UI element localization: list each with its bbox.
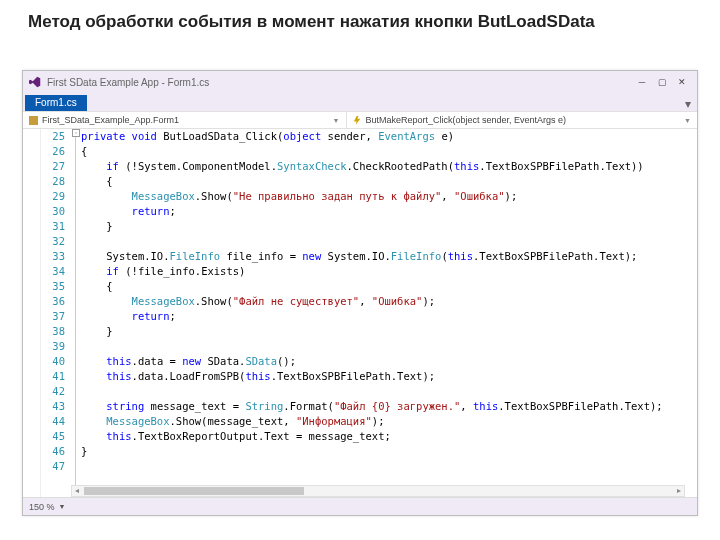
line-number: 44	[41, 414, 65, 429]
scroll-right-arrow[interactable]: ▸	[674, 486, 684, 496]
visual-studio-icon	[29, 76, 41, 88]
code-line[interactable]: if (!file_info.Exists)	[81, 264, 697, 279]
line-number: 30	[41, 204, 65, 219]
code-line[interactable]: }	[81, 219, 697, 234]
zoom-level[interactable]: 150 %	[29, 502, 55, 512]
code-line[interactable]: MessageBox.Show("Не правильно задан путь…	[81, 189, 697, 204]
code-line[interactable]: string message_text = String.Format("Фай…	[81, 399, 697, 414]
status-bar: 150 % ▼	[23, 497, 697, 515]
chevron-down-icon[interactable]: ▼	[59, 503, 66, 510]
line-number: 25	[41, 129, 65, 144]
code-line[interactable]: System.IO.FileInfo file_info = new Syste…	[81, 249, 697, 264]
tab-add[interactable]: ▾	[679, 97, 697, 111]
line-number: 47	[41, 459, 65, 474]
tab-form1[interactable]: Form1.cs	[25, 95, 87, 111]
slide-title: Метод обработки события в момент нажатия…	[0, 0, 720, 40]
code-line[interactable]: if (!System.ComponentModel.SyntaxCheck.C…	[81, 159, 697, 174]
line-number: 32	[41, 234, 65, 249]
line-number: 26	[41, 144, 65, 159]
window-title: First SData Example App - Form1.cs	[47, 77, 209, 88]
line-number: 42	[41, 384, 65, 399]
line-number: 40	[41, 354, 65, 369]
line-number: 35	[41, 279, 65, 294]
line-number: 36	[41, 294, 65, 309]
code-line[interactable]: this.TextBoxReportOutput.Text = message_…	[81, 429, 697, 444]
line-number: 46	[41, 444, 65, 459]
code-line[interactable]: return;	[81, 309, 697, 324]
code-line[interactable]	[81, 339, 697, 354]
line-number: 41	[41, 369, 65, 384]
chevron-down-icon: ▼	[684, 117, 691, 124]
titlebar[interactable]: First SData Example App - Form1.cs ─ ▢ ✕	[23, 71, 697, 93]
code-line[interactable]: MessageBox.Show("Файл не существует", "О…	[81, 294, 697, 309]
maximize-button[interactable]: ▢	[653, 75, 671, 89]
chevron-down-icon: ▼	[333, 117, 340, 124]
code-line[interactable]: }	[81, 444, 697, 459]
ide-window: First SData Example App - Form1.cs ─ ▢ ✕…	[22, 70, 698, 516]
code-line[interactable]: {	[81, 279, 697, 294]
code-line[interactable]: {	[81, 174, 697, 189]
class-icon	[29, 116, 38, 125]
code-line[interactable]: this.data = new SData.SData();	[81, 354, 697, 369]
line-number-gutter: 2526272829303132333435363738394041424344…	[41, 129, 71, 497]
outlining-margin[interactable]: -	[71, 129, 81, 497]
outline-line	[75, 137, 76, 497]
navigation-bar: First_SData_Example_App.Form1 ▼ ButMakeR…	[23, 111, 697, 129]
line-number: 39	[41, 339, 65, 354]
line-number: 34	[41, 264, 65, 279]
code-line[interactable]: private void ButLoadSData_Click(object s…	[81, 129, 697, 144]
code-line[interactable]: {	[81, 144, 697, 159]
code-editor[interactable]: 2526272829303132333435363738394041424344…	[23, 129, 697, 497]
line-number: 38	[41, 324, 65, 339]
method-icon	[353, 116, 362, 125]
code-line[interactable]: MessageBox.Show(message_text, "Информаци…	[81, 414, 697, 429]
horizontal-scrollbar[interactable]: ◂ ▸	[71, 485, 685, 497]
line-number: 37	[41, 309, 65, 324]
code-line[interactable]	[81, 234, 697, 249]
code-line[interactable]: return;	[81, 204, 697, 219]
nav-member-dropdown[interactable]: ButMakeReport_Click(object sender, Event…	[347, 112, 697, 128]
scroll-thumb[interactable]	[84, 487, 304, 495]
tab-strip: Form1.cs ▾	[23, 93, 697, 111]
collapse-toggle[interactable]: -	[72, 129, 80, 137]
code-line[interactable]: this.data.LoadFromSPB(this.TextBoxSPBFil…	[81, 369, 697, 384]
indicator-margin	[23, 129, 41, 497]
line-number: 27	[41, 159, 65, 174]
line-number: 43	[41, 399, 65, 414]
nav-class-dropdown[interactable]: First_SData_Example_App.Form1 ▼	[23, 112, 347, 128]
line-number: 33	[41, 249, 65, 264]
code-line[interactable]	[81, 459, 697, 474]
line-number: 45	[41, 429, 65, 444]
nav-class-label: First_SData_Example_App.Form1	[42, 115, 179, 125]
nav-member-label: ButMakeReport_Click(object sender, Event…	[366, 115, 567, 125]
minimize-button[interactable]: ─	[633, 75, 651, 89]
code-line[interactable]: }	[81, 324, 697, 339]
close-button[interactable]: ✕	[673, 75, 691, 89]
scroll-left-arrow[interactable]: ◂	[72, 486, 82, 496]
code-line[interactable]	[81, 384, 697, 399]
line-number: 31	[41, 219, 65, 234]
code-area[interactable]: private void ButLoadSData_Click(object s…	[81, 129, 697, 497]
line-number: 28	[41, 174, 65, 189]
line-number: 29	[41, 189, 65, 204]
